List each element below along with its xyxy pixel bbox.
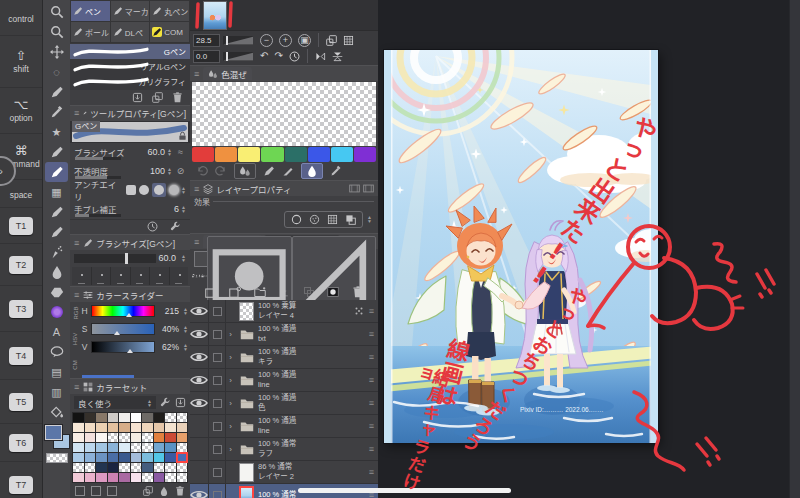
palette-swatch[interactable]: [142, 443, 153, 452]
palette-swatch[interactable]: [119, 453, 130, 462]
color-mixer-tab[interactable]: 色混ぜ: [203, 67, 252, 80]
mixer-color-swatch[interactable]: [215, 147, 237, 162]
mixer-color-swatch[interactable]: [238, 147, 260, 162]
palette-swatch[interactable]: [154, 413, 165, 422]
mixer-color-swatch[interactable]: [192, 147, 214, 162]
palette-swatch[interactable]: [142, 413, 153, 422]
transparent-color-swatch[interactable]: [46, 453, 68, 463]
color-set-preset-dropdown[interactable]: 良く使う ▲▼: [74, 396, 156, 409]
tool-eyedropper-icon[interactable]: [45, 102, 68, 122]
layer-checkbox[interactable]: [209, 484, 226, 498]
palette-swatch[interactable]: [73, 463, 84, 472]
tool-auto-select-icon[interactable]: ★: [45, 122, 68, 142]
zoom-value[interactable]: 28.5: [193, 34, 220, 47]
settings-wrench-icon[interactable]: [170, 221, 181, 232]
stepper-icon[interactable]: ▲▼: [181, 205, 186, 213]
color-slider-header[interactable]: ≡ カラースライダー: [70, 286, 190, 302]
import-subtool-icon[interactable]: [132, 92, 143, 103]
palette-swatch[interactable]: [108, 473, 119, 482]
palette-swatch[interactable]: [177, 453, 188, 462]
folder-icon[interactable]: [235, 398, 258, 409]
palette-swatch[interactable]: [85, 453, 96, 462]
palette-swatch[interactable]: [142, 433, 153, 442]
palette-swatch[interactable]: [85, 433, 96, 442]
palette-swatch[interactable]: [131, 433, 142, 442]
screen-effect-icon[interactable]: [327, 214, 338, 225]
stepper-icon[interactable]: ▲▼: [183, 343, 188, 351]
palette-swatch[interactable]: [119, 463, 130, 472]
eye-visible-icon[interactable]: [190, 484, 209, 498]
layer-row-line[interactable]: ›100 % 通過line≡: [190, 369, 378, 392]
tool-button-COM[interactable]: COM: [150, 22, 189, 42]
property-value[interactable]: 6: [174, 204, 179, 214]
eye-hidden-cell[interactable]: [190, 438, 209, 460]
folder-icon[interactable]: [235, 352, 258, 363]
modifier-key-control[interactable]: control: [0, 0, 42, 36]
subtool-Gペン[interactable]: Gペン: [70, 44, 190, 59]
custom-key-T5[interactable]: T5: [0, 380, 42, 424]
layer-thumbnail[interactable]: [239, 302, 254, 321]
document-tab-thumbnail[interactable]: [203, 1, 227, 30]
palette-swatch[interactable]: [96, 473, 107, 482]
folder-icon[interactable]: [235, 375, 258, 386]
eye-visible-icon[interactable]: [190, 346, 209, 368]
tool-button-丸ペン[interactable]: 丸ペン: [150, 1, 189, 21]
border-effect-icon[interactable]: [291, 214, 302, 225]
palette-swatch[interactable]: [177, 443, 188, 452]
palette-swatch[interactable]: [108, 463, 119, 472]
layer-checkbox[interactable]: [209, 438, 226, 460]
palette-swatch[interactable]: [73, 433, 84, 442]
tool-nav-tab-icon[interactable]: [363, 183, 374, 194]
palette-swatch[interactable]: [131, 463, 142, 472]
tool-magnifier-icon[interactable]: [45, 2, 68, 22]
mixer-color-swatch[interactable]: [331, 147, 353, 162]
antialias-strong[interactable]: [169, 185, 179, 195]
layer-row-txt[interactable]: ›100 % 通過txt≡: [190, 323, 378, 346]
layer-menu-icon[interactable]: ≡: [365, 467, 378, 477]
panel-menu-icon[interactable]: ≡: [74, 108, 79, 118]
chevron-updown-icon[interactable]: ▲▼: [367, 215, 372, 223]
tool-button-ボール[interactable]: ボール: [71, 22, 110, 42]
tool-pencil-icon[interactable]: [45, 202, 68, 222]
stepper-icon[interactable]: ▲▼: [183, 325, 188, 333]
layer-row-レイヤー 2[interactable]: 86 % 通常レイヤー 2≡: [190, 461, 378, 484]
custom-key-T6[interactable]: T6: [0, 424, 42, 462]
tool-gradient-icon[interactable]: ▤: [45, 362, 68, 382]
layer-mask-icon[interactable]: [327, 286, 339, 298]
palette-swatch[interactable]: [108, 433, 119, 442]
mixer-color-swatch[interactable]: [261, 147, 283, 162]
pen-pressure-icon[interactable]: ≈: [175, 147, 186, 158]
palette-swatch[interactable]: [119, 423, 130, 432]
tool-eraser-icon[interactable]: [45, 282, 68, 302]
palette-swatch[interactable]: [85, 463, 96, 472]
rotate-right-button[interactable]: ↷: [274, 51, 282, 61]
palette-swatch[interactable]: [96, 413, 107, 422]
palette-swatch[interactable]: [119, 473, 130, 482]
edit-wrench-icon[interactable]: [160, 397, 171, 408]
tool-selection-pen-icon[interactable]: [45, 82, 68, 102]
layer-row-line[interactable]: ›100 % 通過line≡: [190, 415, 378, 438]
tool-text-icon[interactable]: A: [45, 322, 68, 342]
lock-icon[interactable]: [178, 131, 187, 141]
subtool-リアルGペン[interactable]: リアルGペン: [70, 59, 190, 74]
color-set-header[interactable]: ≡ カラーセット: [70, 378, 190, 394]
layer-menu-icon[interactable]: ≡: [365, 375, 378, 385]
add-color-icon[interactable]: [159, 486, 169, 496]
blend-brush-icon[interactable]: [234, 163, 256, 179]
layer-row-ラフ[interactable]: ›100 % 通常ラフ≡: [190, 438, 378, 461]
palette-swatch[interactable]: [119, 443, 130, 452]
tool-button-ペン[interactable]: ペン: [71, 1, 110, 21]
palette-swatch[interactable]: [154, 433, 165, 442]
slider-track-V[interactable]: [91, 341, 155, 353]
palette-swatch[interactable]: [119, 413, 130, 422]
palette-swatch[interactable]: [177, 413, 188, 422]
stepper-icon[interactable]: ▲▼: [183, 307, 188, 315]
no-effect-icon[interactable]: ⊘: [175, 166, 186, 177]
subtool-カリグラフィ[interactable]: カリグラフィ: [70, 74, 190, 89]
tool-button-DLペ[interactable]: DLペ: [111, 22, 150, 42]
history-icon[interactable]: [147, 221, 158, 232]
tool-pencil-2-icon[interactable]: [45, 222, 68, 242]
palette-swatch[interactable]: [154, 473, 165, 482]
palette-swatch[interactable]: [131, 443, 142, 452]
panel-menu-icon[interactable]: ≡: [194, 237, 199, 247]
